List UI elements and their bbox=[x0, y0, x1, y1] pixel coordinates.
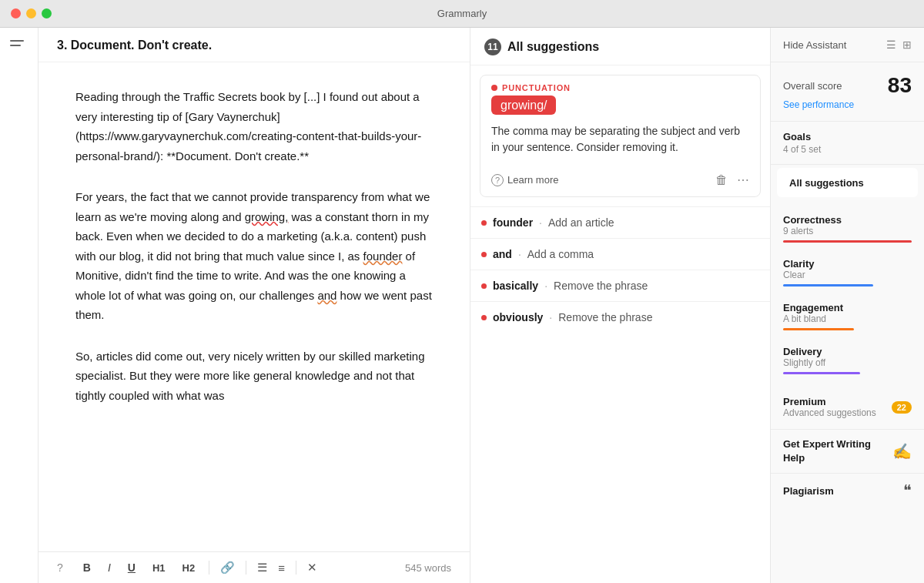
goals-section[interactable]: Goals 4 of 5 set bbox=[771, 122, 924, 165]
left-sidebar bbox=[0, 28, 38, 583]
inline-suggestion-3[interactable]: obviously · Remove the phrase bbox=[470, 301, 770, 333]
inline-word-1: and bbox=[493, 248, 512, 260]
metric-clarity[interactable]: Clarity Clear bbox=[771, 250, 924, 294]
suggestions-count-badge: 11 bbox=[484, 39, 501, 55]
h1-button[interactable]: H1 bbox=[149, 561, 169, 575]
minimize-button[interactable] bbox=[26, 8, 36, 18]
toolbar-sep-3 bbox=[296, 561, 296, 575]
app-title: Grammarly bbox=[437, 8, 487, 19]
inline-dot-3 bbox=[481, 315, 487, 320]
all-suggestions-label: All suggestions bbox=[789, 177, 864, 189]
inline-sep-1: · bbox=[518, 248, 521, 260]
toolbar-sep-1 bbox=[209, 561, 209, 575]
highlighted-founder: founder bbox=[363, 250, 403, 263]
doc-paragraph-3: So, articles did come out, very nicely w… bbox=[75, 347, 433, 406]
help-icon[interactable]: ? bbox=[57, 561, 63, 574]
learn-more-button[interactable]: ? Learn more bbox=[491, 174, 558, 186]
inline-dot-2 bbox=[481, 283, 487, 289]
type-dot bbox=[491, 85, 497, 91]
metric-correctness-name: Correctness bbox=[783, 214, 912, 226]
underline-button[interactable]: U bbox=[125, 560, 139, 575]
score-row: Overall score 83 bbox=[783, 73, 912, 98]
grid-view-icon[interactable]: ⊞ bbox=[902, 39, 912, 51]
action-icons: 🗑 ⋯ bbox=[715, 173, 749, 187]
metric-correctness-sub: 9 alerts bbox=[783, 226, 912, 236]
metric-correctness[interactable]: Correctness 9 alerts bbox=[771, 206, 924, 250]
all-suggestions-button[interactable]: All suggestions bbox=[777, 168, 918, 197]
doc-paragraph-2: For years, the fact that we cannot provi… bbox=[75, 187, 433, 325]
menu-line-1 bbox=[10, 40, 24, 42]
plagiarism-icon: ❝ bbox=[903, 481, 912, 500]
plagiarism-section[interactable]: Plagiarism ❝ bbox=[771, 473, 924, 508]
inline-suggestion-2[interactable]: basically · Remove the phrase bbox=[470, 270, 770, 301]
link-icon[interactable]: 🔗 bbox=[220, 561, 235, 575]
score-label: Overall score bbox=[783, 80, 842, 92]
clarity-bar bbox=[783, 284, 873, 286]
doc-content[interactable]: Reading through the Traffic Secrets book… bbox=[38, 62, 470, 551]
highlighted-and: and bbox=[317, 289, 336, 302]
maximize-button[interactable] bbox=[42, 8, 52, 18]
more-options-icon[interactable]: ⋯ bbox=[737, 173, 749, 187]
premium-sub: Advanced suggestions bbox=[783, 407, 876, 418]
premium-label: Premium bbox=[783, 396, 876, 407]
doc-paragraph-1: Reading through the Traffic Secrets book… bbox=[75, 87, 433, 166]
titlebar: Grammarly bbox=[0, 0, 924, 28]
highlighted-growing: growing, bbox=[245, 210, 289, 223]
menu-line-2 bbox=[10, 45, 21, 46]
inline-action-0: Add an article bbox=[548, 216, 614, 229]
metric-delivery-sub: Slightly off bbox=[783, 357, 912, 368]
expert-label: Get Expert Writing Help bbox=[783, 437, 892, 465]
see-performance-link[interactable]: See performance bbox=[783, 99, 912, 110]
doc-header: 3. Document. Don't create. bbox=[38, 28, 470, 62]
metric-delivery-name: Delivery bbox=[783, 346, 912, 357]
engagement-bar bbox=[783, 328, 854, 330]
right-panel-header: Hide Assistant ☰ ⊞ bbox=[771, 28, 924, 62]
suggestion-type-label: PUNCTUATION bbox=[502, 83, 571, 92]
italic-button[interactable]: I bbox=[105, 560, 114, 575]
goals-label: Goals bbox=[783, 131, 912, 142]
inline-suggestion-0[interactable]: founder · Add an article bbox=[470, 206, 770, 238]
plagiarism-label: Plagiarism bbox=[783, 485, 834, 497]
list-unordered-icon[interactable]: ≡ bbox=[278, 561, 285, 575]
toolbar-sep-2 bbox=[246, 561, 246, 575]
suggestion-word-chip[interactable]: growing/ bbox=[491, 99, 556, 112]
inline-sep-2: · bbox=[544, 280, 547, 292]
inline-word-0: founder bbox=[493, 216, 533, 229]
premium-section[interactable]: Premium Advanced suggestions 22 bbox=[771, 388, 924, 426]
suggestion-actions: ? Learn more 🗑 ⋯ bbox=[480, 166, 760, 196]
metric-clarity-sub: Clear bbox=[783, 270, 912, 280]
expert-section[interactable]: Get Expert Writing Help ✍ bbox=[771, 429, 924, 473]
metric-clarity-name: Clarity bbox=[783, 258, 912, 270]
delete-icon[interactable]: 🗑 bbox=[715, 173, 728, 187]
inline-dot-1 bbox=[481, 252, 487, 257]
titlebar-buttons bbox=[11, 8, 52, 18]
suggestions-panel: 11 All suggestions PUNCTUATION growing/ … bbox=[470, 28, 770, 583]
inline-action-3: Remove the phrase bbox=[558, 311, 652, 323]
learn-more-label: Learn more bbox=[507, 174, 558, 186]
word-chip-text: growing/ bbox=[491, 95, 556, 115]
metric-engagement[interactable]: Engagement A bit bland bbox=[771, 294, 924, 338]
inline-sep-0: · bbox=[539, 216, 542, 229]
correctness-bar bbox=[783, 240, 912, 243]
metric-delivery[interactable]: Delivery Slightly off bbox=[771, 338, 924, 382]
inline-sep-3: · bbox=[549, 311, 552, 323]
list-view-icon[interactable]: ☰ bbox=[886, 39, 896, 51]
list-ordered-icon[interactable]: ☰ bbox=[257, 561, 267, 575]
premium-text: Premium Advanced suggestions bbox=[783, 396, 876, 418]
clear-format-icon[interactable]: ✕ bbox=[307, 561, 317, 575]
expert-icon: ✍ bbox=[892, 442, 912, 461]
menu-icon[interactable] bbox=[10, 40, 28, 55]
inline-suggestion-1[interactable]: and · Add a comma bbox=[470, 238, 770, 270]
right-panel: Hide Assistant ☰ ⊞ Overall score 83 See … bbox=[770, 28, 924, 583]
hide-assistant-button[interactable]: Hide Assistant bbox=[783, 39, 846, 51]
h2-button[interactable]: H2 bbox=[179, 561, 199, 575]
bold-button[interactable]: B bbox=[80, 560, 94, 575]
metrics-section: Correctness 9 alerts Clarity Clear Engag… bbox=[771, 200, 924, 388]
premium-badge: 22 bbox=[892, 401, 912, 414]
suggestion-card: PUNCTUATION growing/ The comma may be se… bbox=[480, 75, 761, 197]
suggestions-header: 11 All suggestions bbox=[470, 28, 770, 65]
score-value: 83 bbox=[888, 73, 912, 98]
right-header-icons: ☰ ⊞ bbox=[886, 39, 912, 51]
inline-word-3: obviously bbox=[493, 311, 543, 323]
close-button[interactable] bbox=[11, 8, 21, 18]
